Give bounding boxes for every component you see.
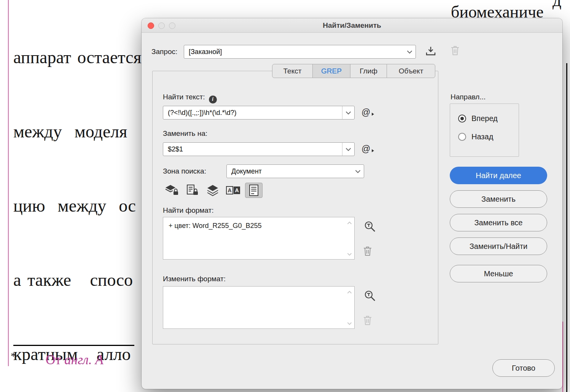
replace-find-button[interactable]: Заменить/Найти xyxy=(450,237,547,255)
footnote-marker: * xyxy=(11,350,16,362)
locked-stories-icon xyxy=(186,184,199,197)
footnote-text-regular: От xyxy=(46,352,64,367)
find-next-button[interactable]: Найти далее xyxy=(450,167,547,184)
fewer-options-button[interactable]: Меньше xyxy=(450,265,547,282)
replace-all-button[interactable]: Заменить все xyxy=(450,214,547,231)
query-value: [Заказной] xyxy=(184,48,403,56)
dialog-titlebar[interactable]: Найти/Заменить xyxy=(142,18,562,33)
margin-guide-right xyxy=(562,322,563,392)
direction-forward-label: Вперед xyxy=(471,114,498,123)
footnote-text-italic: англ. А xyxy=(64,352,103,367)
radio-unselected-icon[interactable] xyxy=(458,133,466,141)
svg-text:A: A xyxy=(228,187,231,193)
footnote-text: От англ. А xyxy=(46,352,103,368)
margin-guide-left xyxy=(8,0,9,366)
include-hidden-layers-toggle[interactable] xyxy=(204,183,221,198)
include-locked-stories-toggle[interactable] xyxy=(183,183,201,198)
page-edge-right xyxy=(566,63,567,392)
trash-icon xyxy=(451,45,460,56)
download-tray-icon xyxy=(425,46,436,56)
radio-selected-icon[interactable] xyxy=(458,115,466,123)
done-button[interactable]: Готово xyxy=(492,359,555,377)
tab-bar: Текст GREP Глиф Объект xyxy=(272,64,435,78)
find-replace-dialog: Найти/Заменить Запрос: [Заказной] Текст … xyxy=(142,18,562,389)
dialog-title: Найти/Заменить xyxy=(142,18,562,33)
footnotes-icon xyxy=(248,184,260,196)
find-format-entry: + цвет: Word_R255_G0_B255 xyxy=(163,217,354,234)
hidden-layers-icon xyxy=(206,184,219,196)
query-label: Запрос: xyxy=(151,45,177,59)
scroll-down-icon[interactable] xyxy=(347,250,352,257)
direction-backward-option[interactable]: Назад xyxy=(458,131,493,142)
direction-backward-label: Назад xyxy=(471,132,493,141)
tab-glyph[interactable]: Глиф xyxy=(350,64,387,78)
direction-forward-option[interactable]: Вперед xyxy=(458,113,498,124)
scroll-up-icon[interactable] xyxy=(347,219,352,226)
tab-object[interactable]: Объект xyxy=(387,64,435,78)
case-sensitive-toggle[interactable]: AA xyxy=(224,183,242,198)
query-dropdown[interactable]: [Заказной] xyxy=(184,45,416,59)
delete-query-button[interactable] xyxy=(451,45,460,56)
find-format-list[interactable]: + цвет: Word_R255_G0_B255 xyxy=(163,217,355,260)
direction-group-box xyxy=(450,104,519,157)
footnote-separator-rule xyxy=(13,345,134,346)
include-locked-layers-toggle[interactable] xyxy=(163,183,180,198)
document-fragment-top: д xyxy=(552,0,561,10)
chevron-down-icon xyxy=(403,45,416,58)
case-sensitive-icon: AA xyxy=(226,184,241,196)
locked-layers-icon xyxy=(164,184,179,197)
scroll-up-icon[interactable] xyxy=(347,288,352,295)
screen: д биомеханиче аппарат остается основным … xyxy=(0,0,570,392)
tab-text[interactable]: Текст xyxy=(272,64,313,78)
direction-group-label: Направл... xyxy=(451,93,486,101)
change-format-entry xyxy=(163,287,354,296)
save-query-button[interactable] xyxy=(425,46,436,56)
tab-grep[interactable]: GREP xyxy=(312,64,350,78)
scroll-down-icon[interactable] xyxy=(347,320,352,327)
change-format-list[interactable] xyxy=(163,286,355,329)
include-footnotes-toggle[interactable] xyxy=(245,183,263,198)
svg-text:A: A xyxy=(235,187,239,193)
replace-button[interactable]: Заменить xyxy=(450,190,547,208)
